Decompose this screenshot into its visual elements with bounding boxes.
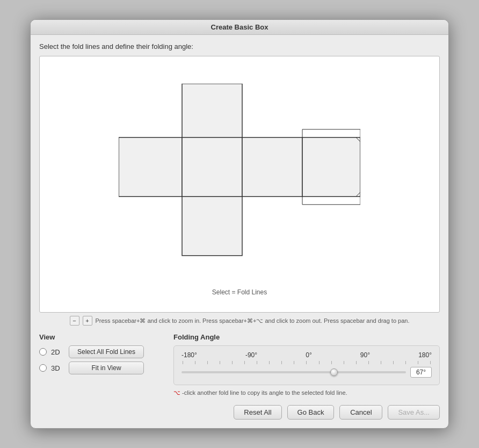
svg-rect-5 <box>182 197 242 256</box>
view-2d-row: 2D Select All Fold Lines <box>39 345 163 358</box>
angle-slider-handle[interactable] <box>330 368 338 376</box>
fold-lines-label: Select = Fold Lines <box>212 288 267 296</box>
save-as-button[interactable]: Save As... <box>388 405 440 420</box>
angle-slider-track[interactable] <box>182 371 406 373</box>
view-3d-row: 3D Fit in View <box>39 362 163 374</box>
angle-hint-text: -click another fold line to copy its ang… <box>180 389 347 396</box>
label-2d: 2D <box>51 348 64 356</box>
cancel-button[interactable]: Cancel <box>339 405 382 420</box>
title-bar: Create Basic Box <box>31 20 448 35</box>
canvas-area: Select = Fold Lines <box>39 56 440 313</box>
radio-3d[interactable] <box>39 364 47 372</box>
option-key-symbol: ⌥ <box>173 389 180 396</box>
angle-hint: ⌥ -click another fold line to copy its a… <box>173 389 440 396</box>
svg-rect-4 <box>302 138 360 197</box>
bottom-panel: View 2D Select All Fold Lines 3D Fit in … <box>39 328 440 401</box>
view-section: View 2D Select All Fold Lines 3D Fit in … <box>39 333 163 396</box>
view-section-title: View <box>39 333 163 341</box>
label-3d: 3D <box>51 364 64 372</box>
slider-track-container: 67° <box>182 364 432 380</box>
folding-section: Folding Angle -180° -90° 0° 90° 180° <box>173 333 440 396</box>
angle-value-display[interactable]: 67° <box>410 367 432 378</box>
view-controls: 2D Select All Fold Lines 3D Fit in View <box>39 345 163 374</box>
window-content: Select the fold lines and define their f… <box>31 35 448 428</box>
angle-label-90: 90° <box>360 351 370 359</box>
window-title: Create Basic Box <box>211 23 268 31</box>
svg-rect-1 <box>119 138 182 197</box>
angle-label-0: 0° <box>306 351 311 359</box>
zoom-in-button[interactable]: + <box>83 316 92 326</box>
angle-labels: -180° -90° 0° 90° 180° <box>182 351 432 359</box>
zoom-out-button[interactable]: − <box>70 316 79 326</box>
box-net-svg <box>119 84 360 277</box>
angle-slider-area: -180° -90° 0° 90° 180° <box>173 345 440 385</box>
radio-2d[interactable] <box>39 348 47 356</box>
svg-rect-2 <box>182 138 242 197</box>
reset-all-button[interactable]: Reset All <box>234 405 281 420</box>
main-window: Create Basic Box Select the fold lines a… <box>30 19 449 429</box>
zoom-hint: Press spacebar+⌘ and click to zoom in. P… <box>96 317 410 324</box>
zoom-bar: − + Press spacebar+⌘ and click to zoom i… <box>39 313 440 328</box>
fit-in-view-button[interactable]: Fit in View <box>69 362 144 374</box>
folding-section-title: Folding Angle <box>173 333 440 341</box>
box-net <box>119 84 360 277</box>
svg-rect-0 <box>182 84 242 138</box>
angle-label-neg180: -180° <box>182 351 197 359</box>
svg-rect-3 <box>242 138 302 197</box>
angle-label-neg90: -90° <box>245 351 257 359</box>
go-back-button[interactable]: Go Back <box>287 405 335 420</box>
buttons-row: Reset All Go Back Cancel Save As... <box>39 401 440 420</box>
instruction-text: Select the fold lines and define their f… <box>39 42 440 50</box>
select-all-fold-lines-button[interactable]: Select All Fold Lines <box>69 345 144 358</box>
angle-label-180: 180° <box>418 351 432 359</box>
